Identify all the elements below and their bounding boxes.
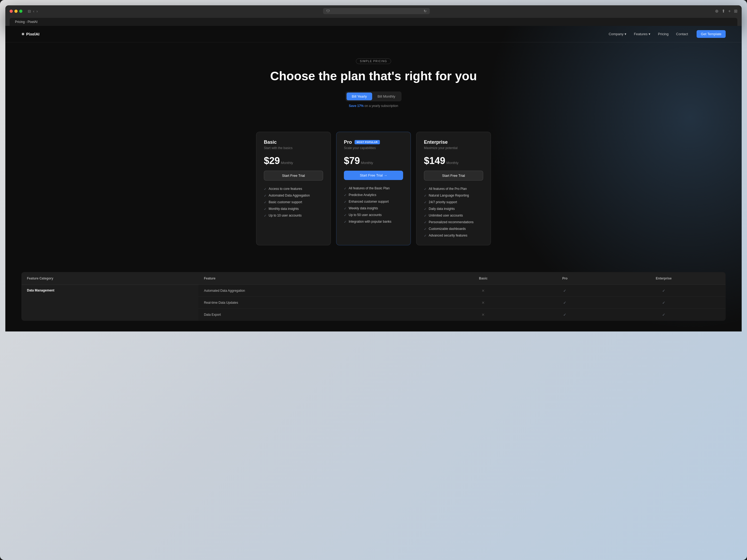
check-icon: ✓ [662,300,665,305]
list-item: ✓ Monthly data insights [264,207,323,211]
check-icon: ✓ [424,207,427,211]
list-item: ✓ Up to 10 user accounts [264,214,323,218]
enterprise-features-list: ✓ All features of the Pro Plan ✓ Natural… [424,187,483,238]
maximize-button[interactable] [19,9,22,13]
browser-tab[interactable]: Pricing - PixelAI [9,18,738,26]
check-icon: ✓ [424,227,427,231]
list-item: ✓ Advanced security features [424,234,483,238]
comparison-section: Feature Category Feature Basic Pro Enter… [5,261,742,331]
table-row: Data Management Automated Data Aggregati… [22,285,726,296]
hero-title: Choose the plan that's right for you [11,69,736,83]
plan-price-enterprise: $149 Monthly [424,155,483,166]
nav-logo[interactable]: ✳ PixelAI [21,32,40,36]
plan-name-basic: Basic [264,139,277,145]
get-template-button[interactable]: Get Template [697,30,726,38]
check-icon: ✓ [424,234,427,238]
check-icon: ✓ [344,220,346,224]
tabs-overview-icon[interactable]: ⊞ [734,8,738,14]
close-button[interactable] [9,9,13,13]
list-item: ✓ Up to 50 user accounts [344,213,403,217]
basic-cta-button[interactable]: Start Free Trial [264,171,323,181]
check-icon: ✓ [264,187,266,191]
list-item: ✓ Customizable dashboards [424,227,483,231]
list-item: ✓ Basic customer support [264,200,323,204]
list-item: ✓ Predictive Analytics [344,193,403,197]
check-icon: ✓ [344,187,346,190]
pro-cell: ✓ [528,309,602,321]
chevron-down-icon: ▾ [624,32,626,36]
download-icon[interactable]: ⊕ [715,8,718,14]
share-icon[interactable]: ⬆ [722,8,725,14]
check-icon: ✓ [344,193,346,197]
tab-title: Pricing - PixelAI [15,20,37,24]
pro-cell: ✓ [528,285,602,296]
feature-name: Automated Data Aggregation [199,285,439,296]
billing-toggle: Bill Yearly Bill Monthly [345,91,402,101]
plan-subtitle-basic: Start with the basics [264,146,323,150]
basic-features-list: ✓ Access to core features ✓ Automated Da… [264,187,323,218]
list-item: ✓ Integration with popular banks [344,220,403,224]
cross-icon: ✕ [482,289,485,293]
billing-save-text: Save 17% on a yearly subscription [11,104,736,108]
plan-name-enterprise: Enterprise [424,139,448,145]
bill-yearly-button[interactable]: Bill Yearly [346,92,372,100]
col-header-basic: Basic [439,272,528,285]
minimize-button[interactable] [15,9,18,13]
pricing-card-pro: Pro MOST POPULAR Scale your capabilities… [336,132,411,245]
list-item: ✓ Automated Data Aggregation [264,194,323,197]
basic-cell: ✕ [439,296,528,309]
chevron-down-icon: ▾ [648,32,650,36]
browser-controls: ⊟ ‹ › [28,9,37,14]
list-item: ✓ Weekly data insights [344,206,403,210]
check-icon: ✓ [424,194,427,197]
check-icon: ✓ [344,213,346,217]
new-tab-icon[interactable]: + [728,9,731,14]
nav-features[interactable]: Features ▾ [634,32,650,36]
security-icon: 🛡 [326,9,330,13]
enterprise-cta-button[interactable]: Start Free Trial [424,171,483,181]
nav-pricing[interactable]: Pricing [658,32,669,36]
enterprise-cell: ✓ [602,296,726,309]
list-item: ✓ Unlimited user accounts [424,214,483,218]
col-header-feature: Feature [199,272,439,285]
list-item: ✓ 24/7 priority support [424,200,483,204]
logo-icon: ✳ [21,32,25,36]
address-bar[interactable]: 🛡 ↻ [323,8,430,14]
hero-section: SIMPLE PRICING Choose the plan that's ri… [5,43,742,132]
pricing-card-basic: Basic Start with the basics $29 Monthly … [256,132,331,245]
nav-contact[interactable]: Contact [676,32,688,36]
card-header-enterprise: Enterprise Maximize your potential [424,139,483,150]
feature-name: Data Export [199,309,439,321]
list-item: ✓ Access to core features [264,187,323,191]
check-icon: ✓ [344,200,346,204]
most-popular-badge: MOST POPULAR [355,140,380,144]
enterprise-cell: ✓ [602,285,726,296]
nav-company[interactable]: Company ▾ [609,32,626,36]
check-icon: ✓ [424,201,427,204]
check-icon: ✓ [662,313,665,317]
check-icon: ✓ [344,207,346,210]
pro-cta-button[interactable]: Start Free Trial → [344,171,403,180]
pro-cell: ✓ [528,296,602,309]
back-icon[interactable]: ‹ [33,9,34,14]
list-item: ✓ All features of the Pro Plan [424,187,483,191]
check-icon: ✓ [424,220,427,224]
browser-actions: ⊕ ⬆ + ⊞ [715,8,738,14]
nav-links: Company ▾ Features ▾ Pricing Contact [609,32,688,36]
col-header-pro: Pro [528,272,602,285]
sidebar-toggle-icon[interactable]: ⊟ [28,9,31,14]
forward-icon[interactable]: › [36,9,38,14]
list-item: ✓ Enhanced customer support [344,200,403,204]
feature-name: Real-time Data Updates [199,296,439,309]
basic-cell: ✕ [439,285,528,296]
reload-icon[interactable]: ↻ [424,9,427,13]
list-item: ✓ All features of the Basic Plan [344,186,403,190]
card-header-basic: Basic Start with the basics [264,139,323,150]
check-icon: ✓ [424,187,427,191]
basic-cell: ✕ [439,309,528,321]
list-item: ✓ Daily data insights [424,207,483,211]
bill-monthly-button[interactable]: Bill Monthly [372,92,401,100]
cross-icon: ✕ [482,300,485,305]
plan-price-basic: $29 Monthly [264,155,323,166]
pricing-cards: Basic Start with the basics $29 Monthly … [5,132,742,261]
